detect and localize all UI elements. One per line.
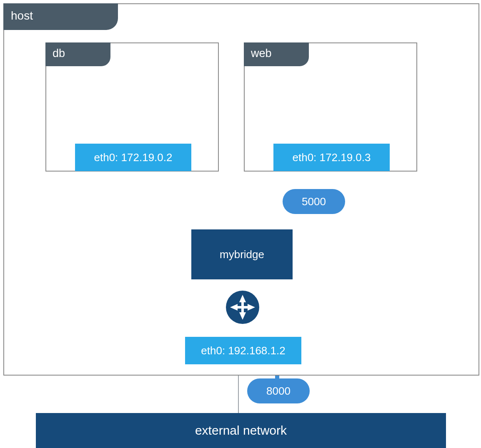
external-network-label: external network bbox=[195, 423, 287, 438]
host-label: host bbox=[11, 9, 33, 22]
port-host: 8000 bbox=[247, 378, 310, 403]
bridge: mybridge bbox=[191, 229, 293, 279]
container-web-label: web bbox=[251, 47, 272, 60]
external-network: external network bbox=[36, 413, 446, 448]
iface-web-eth0: eth0: 172.19.0.3 bbox=[273, 144, 390, 171]
iface-host-eth0: eth0: 192.168.1.2 bbox=[185, 337, 301, 364]
bridge-label: mybridge bbox=[220, 248, 264, 261]
host-box: host db eth0: 172.19.0.2 web eth0: 172.1… bbox=[3, 3, 479, 376]
link-host-external bbox=[238, 376, 239, 413]
iface-db-label: eth0: 172.19.0.2 bbox=[94, 151, 173, 164]
port-host-label: 8000 bbox=[266, 385, 291, 398]
arrows-icon bbox=[230, 295, 255, 320]
container-db-tab: db bbox=[45, 42, 110, 66]
host-tab: host bbox=[3, 3, 118, 30]
network-diagram: host db eth0: 172.19.0.2 web eth0: 172.1… bbox=[0, 0, 481, 448]
iface-web-label: eth0: 172.19.0.3 bbox=[293, 151, 371, 164]
container-web: web eth0: 172.19.0.3 bbox=[244, 42, 417, 172]
iface-db-eth0: eth0: 172.19.0.2 bbox=[75, 144, 191, 171]
container-db-label: db bbox=[53, 47, 65, 60]
container-web-tab: web bbox=[244, 42, 309, 66]
port-web: 5000 bbox=[283, 189, 345, 214]
iface-host-label: eth0: 192.168.1.2 bbox=[201, 344, 285, 357]
router-icon bbox=[226, 291, 259, 324]
container-db: db eth0: 172.19.0.2 bbox=[45, 42, 219, 172]
port-web-label: 5000 bbox=[302, 195, 326, 208]
